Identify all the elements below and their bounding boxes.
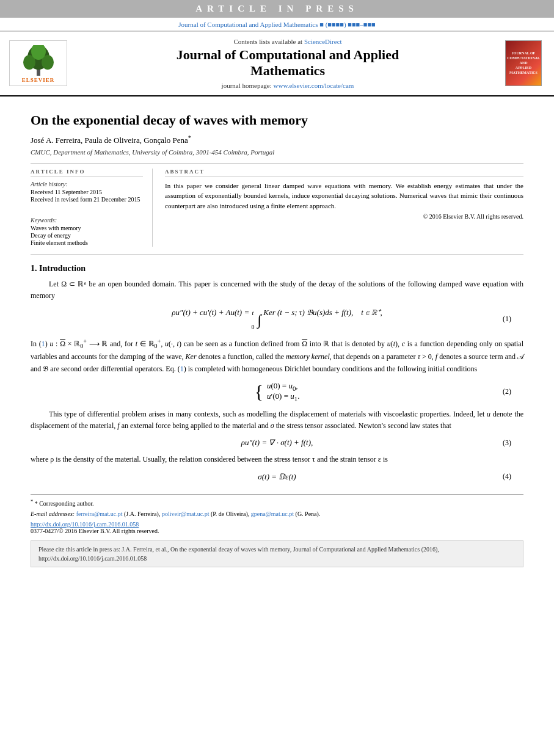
equation-4: σ(t) = 𝔻ε(t) (67, 472, 487, 482)
equation-1: ρu″(t) + cu′(t) + Au(t) = t 0 ∫ Ker (t −… (67, 308, 487, 330)
eq2-brace: { (255, 382, 263, 401)
eq2-line2: u′(0) = u1. (267, 391, 300, 402)
paper-title: On the exponential decay of waves with m… (31, 112, 523, 129)
eq2-number: (2) (487, 387, 511, 396)
email2-link[interactable]: poliveir@mat.uc.pt (162, 511, 210, 517)
keywords-label: Keywords: (31, 217, 143, 224)
email2: poliveir@mat.uc.pt (162, 511, 210, 517)
abstract-copyright: © 2016 Elsevier B.V. All rights reserved… (165, 213, 523, 220)
footnote-section: * * Corresponding author. E-mail address… (31, 494, 523, 518)
email3-link[interactable]: gpena@mat.uc.pt (251, 511, 294, 517)
eq1-int-top: t (251, 310, 254, 316)
eq1-integral: t 0 ∫ (251, 310, 261, 330)
email2-name: (P. de Oliveira), (211, 511, 249, 517)
email1-link[interactable]: ferreira@mat.uc.pt (76, 511, 123, 517)
eq2-line1: u(0) = u0, (267, 381, 300, 392)
eq2-system: { u(0) = u0, u′(0) = u1. (255, 381, 300, 402)
aip-banner: ARTICLE IN PRESS (0, 0, 554, 18)
journal-homepage: journal homepage: www.elsevier.com/locat… (76, 82, 499, 89)
intro-para3: This type of differential problem arises… (31, 409, 523, 432)
sciencedirect-text: ScienceDirect (304, 38, 342, 45)
equation-3-row: ρu″(t) = ∇ · σ(t) + f(t), (3) (31, 438, 523, 448)
journal-cover: JOURNAL OF COMPUTATIONAL AND APPLIED MAT… (505, 40, 545, 86)
two-col-section: ARTICLE INFO Article history: Received 1… (31, 169, 523, 247)
doi-line: http://dx.doi.org/10.1016/j.cam.2016.01.… (31, 521, 523, 528)
journal-title-line2: Mathematics (250, 63, 325, 78)
journal-title: Journal of Computational and Applied Mat… (76, 47, 499, 79)
intro-para4: where ρ is the density of the material. … (31, 454, 523, 465)
kw-2: Decay of energy (31, 232, 143, 239)
abstract-text: In this paper we consider general linear… (165, 181, 523, 211)
journal-bar-text: Journal of Computational and Applied Mat… (178, 21, 375, 28)
homepage-url: www.elsevier.com/locate/cam (274, 82, 354, 89)
equation-1-row: ρu″(t) + cu′(t) + Au(t) = t 0 ∫ Ker (t −… (31, 308, 523, 330)
eq2-lines: u(0) = u0, u′(0) = u1. (267, 381, 300, 402)
page: ARTICLE IN PRESS Journal of Computationa… (0, 0, 554, 756)
corresponding-note: * * Corresponding author. (31, 498, 523, 508)
journal-title-center: Contents lists available at ScienceDirec… (70, 38, 505, 89)
corresponding-star: * (31, 499, 33, 504)
authors-text: José A. Ferreira, Paula de Oliveira, Gon… (31, 136, 188, 145)
elsevier-logo-container: ELSEVIER (9, 40, 70, 86)
equation-2-row: { u(0) = u0, u′(0) = u1. (2) (31, 381, 523, 402)
eq1-int-bottom: 0 (251, 324, 254, 330)
divider-2 (31, 254, 523, 255)
email-footnote: E-mail addresses: ferreira@mat.uc.pt (J.… (31, 509, 523, 518)
journal-cover-image: JOURNAL OF COMPUTATIONAL AND APPLIED MAT… (505, 40, 542, 86)
eq1-int-limits: t 0 (251, 310, 254, 330)
article-info-title: ARTICLE INFO (31, 169, 143, 177)
article-info: ARTICLE INFO Article history: Received 1… (31, 169, 153, 247)
divider-1 (31, 163, 523, 164)
received-2: Received in revised form 21 December 201… (31, 196, 143, 203)
intro-para2: In (1) u : Ω × ℝ0+ ⟶ ℝ and, for t ∈ ℝ0+,… (31, 336, 523, 375)
eq1-integral-sym: ∫ (257, 313, 261, 327)
intro-title: 1. Introduction (31, 264, 523, 274)
kw-1: Waves with memory (31, 225, 143, 231)
journal-bar-link[interactable]: Journal of Computational and Applied Mat… (178, 21, 375, 28)
such-word: such (222, 410, 236, 418)
sciencedirect-link[interactable]: ScienceDirect (304, 38, 342, 45)
email1: ferreira@mat.uc.pt (76, 511, 123, 517)
elsevier-tree-icon (17, 45, 60, 77)
equation-3: ρu″(t) = ∇ · σ(t) + f(t), (67, 438, 487, 448)
kw-3: Finite element methods (31, 239, 143, 246)
eq1-number: (1) (487, 314, 511, 324)
aip-banner-text: ARTICLE IN PRESS (195, 4, 359, 13)
doi-text: http://dx.doi.org/10.1016/j.cam.2016.01.… (31, 521, 139, 528)
received-1: Received 11 September 2015 (31, 189, 143, 195)
eq4-number: (4) (487, 472, 511, 481)
contents-line: Contents lists available at ScienceDirec… (76, 38, 499, 45)
journal-title-line1: Journal of Computational and Applied (177, 47, 399, 62)
history-label: Article history: (31, 181, 143, 187)
eq3-number: (3) (487, 438, 511, 448)
email-label: E-mail addresses: (31, 511, 75, 517)
eq1-lhs: ρu″(t) + cu′(t) + Au(t) = (172, 308, 251, 317)
authors: José A. Ferreira, Paula de Oliveira, Gon… (31, 134, 523, 145)
equation-4-row: σ(t) = 𝔻ε(t) (4) (31, 472, 523, 482)
eq3-content: ρu″(t) = ∇ · σ(t) + f(t), (241, 438, 313, 447)
intro-para1: Let Ω ⊂ ℝⁿ be an open bounded domain. Th… (31, 278, 523, 302)
email1-name: (J.A. Ferreira), (124, 511, 160, 517)
homepage-label: journal homepage: (222, 82, 272, 89)
main-content: On the exponential decay of waves with m… (0, 96, 554, 580)
eq1-rhs: Ker (t − s; τ) 𝔅u(s)ds + f(t), t ∈ ℝ⁺, (263, 308, 382, 317)
corresponding-label: * Corresponding author. (35, 500, 94, 507)
homepage-link[interactable]: www.elsevier.com/locate/cam (274, 82, 354, 89)
email3: gpena@mat.uc.pt (251, 511, 294, 517)
affiliation: CMUC, Department of Mathematics, Univers… (31, 148, 523, 156)
cite-bar: Please cite this article in press as: J.… (31, 540, 523, 567)
eq1-ref: 1 (42, 340, 45, 348)
doi-link[interactable]: http://dx.doi.org/10.1016/j.cam.2016.01.… (31, 521, 139, 528)
issn-line: 0377-0427/© 2016 Elsevier B.V. All right… (31, 528, 523, 534)
elsevier-label: ELSEVIER (22, 77, 55, 83)
eq1-ref2: 1 (180, 365, 184, 373)
abstract-section: ABSTRACT In this paper we consider gener… (165, 169, 523, 247)
eq4-content: σ(t) = 𝔻ε(t) (258, 472, 296, 481)
corresponding-sup: * (188, 134, 191, 141)
equation-2: { u(0) = u0, u′(0) = u1. (67, 381, 487, 402)
email3-name: (G. Pena). (296, 511, 321, 517)
cover-text: JOURNAL OF COMPUTATIONAL AND APPLIED MAT… (507, 51, 539, 75)
contents-label: Contents lists available at (233, 38, 302, 45)
abstract-title: ABSTRACT (165, 169, 523, 177)
journal-top: ELSEVIER Contents lists available at Sci… (0, 31, 554, 96)
